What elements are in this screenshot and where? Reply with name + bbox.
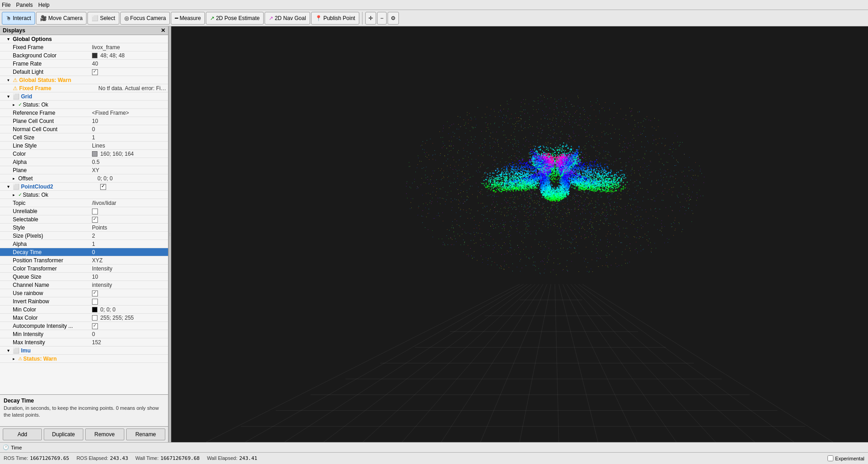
- minus-button[interactable]: −: [377, 12, 387, 25]
- interact-button[interactable]: 🖱 Interact: [2, 12, 35, 25]
- default-light-checkbox[interactable]: [92, 69, 98, 75]
- unreliable-checkbox[interactable]: [92, 209, 98, 214]
- min-color-key: Min Color: [13, 306, 90, 313]
- channel-name-row[interactable]: Channel Name intensity: [0, 281, 168, 289]
- pos-transformer-row[interactable]: Position Transformer XYZ: [0, 256, 168, 265]
- publish-point-icon: 📍: [315, 15, 322, 21]
- frame-rate-row[interactable]: Frame Rate 40: [0, 60, 168, 68]
- cell-size-val: 1: [90, 134, 167, 141]
- use-rainbow-checkbox[interactable]: [92, 291, 98, 296]
- toolbar-separator: [362, 12, 363, 25]
- normal-cell-row[interactable]: Normal Cell Count 0: [0, 125, 168, 133]
- fixed-frame-warn-key: Fixed Frame: [19, 85, 97, 92]
- pointcloud2-checkbox[interactable]: [100, 184, 106, 190]
- menu-help[interactable]: Help: [38, 2, 50, 8]
- grid-status-row[interactable]: ▸ ✓ Status: Ok: [0, 101, 168, 109]
- style-key: Style: [13, 224, 90, 231]
- publish-point-button[interactable]: 📍 Publish Point: [311, 12, 359, 25]
- time-bar: 🕐 Time: [0, 442, 868, 452]
- pointcloud2-row[interactable]: ▾ ⬜ PointCloud2: [0, 183, 168, 191]
- color-transformer-key: Color Transformer: [13, 265, 90, 272]
- wall-elapsed-item: Wall Elapsed: 243.41: [207, 455, 257, 461]
- grid-vis-icon: ⬜: [13, 93, 20, 100]
- pose-icon: ↗: [210, 15, 214, 21]
- invert-rainbow-key: Invert Rainbow: [13, 298, 90, 305]
- global-options-row[interactable]: ▾ Global Options: [0, 35, 168, 43]
- global-status-row[interactable]: ▾ ⚠ Global Status: Warn: [0, 76, 168, 84]
- imu-status-row[interactable]: ▸ ⚠ Status: Warn: [0, 355, 168, 363]
- expand-arrow-warn: ▾: [7, 78, 12, 82]
- use-rainbow-row[interactable]: Use rainbow: [0, 289, 168, 297]
- queue-size-row[interactable]: Queue Size 10: [0, 273, 168, 281]
- line-style-key: Line Style: [13, 143, 90, 149]
- frame-rate-key: Frame Rate: [13, 61, 90, 67]
- style-row[interactable]: Style Points: [0, 224, 168, 232]
- color-transformer-row[interactable]: Color Transformer Intensity: [0, 265, 168, 273]
- move-camera-button[interactable]: 🎥 Move Camera: [36, 12, 87, 25]
- autocompute-checkbox[interactable]: [92, 323, 98, 329]
- selectable-row[interactable]: Selectable: [0, 215, 168, 224]
- pc2-status-label: Status: Ok: [23, 192, 100, 198]
- selectable-checkbox[interactable]: [92, 217, 98, 223]
- remove-button[interactable]: Remove: [85, 428, 124, 440]
- nav-goal-button[interactable]: ↗ 2D Nav Goal: [265, 12, 310, 25]
- line-style-row[interactable]: Line Style Lines: [0, 142, 168, 150]
- duplicate-button[interactable]: Duplicate: [44, 428, 83, 440]
- pc2-status-row[interactable]: ▸ ✓ Status: Ok: [0, 191, 168, 199]
- ref-frame-row[interactable]: Reference Frame <Fixed Frame>: [0, 109, 168, 117]
- pointcloud-canvas[interactable]: [171, 26, 868, 442]
- queue-size-val: 10: [90, 274, 167, 280]
- imu-row[interactable]: ▾ ⬜ Imu: [0, 347, 168, 355]
- offset-row[interactable]: ▸ Offset 0; 0; 0: [0, 174, 168, 183]
- status-bar: ROS Time: 1667126769.65 ROS Elapsed: 243…: [0, 452, 868, 464]
- info-title: Decay Time: [4, 398, 164, 404]
- crosshair-button[interactable]: ✛: [365, 12, 376, 25]
- autocompute-row[interactable]: Autocompute Intensity ...: [0, 322, 168, 330]
- imu-label: Imu: [21, 347, 98, 354]
- default-light-row[interactable]: Default Light: [0, 68, 168, 76]
- min-color-row[interactable]: Min Color 0; 0; 0: [0, 306, 168, 314]
- fixed-frame-row[interactable]: Fixed Frame livox_frame: [0, 43, 168, 51]
- invert-rainbow-checkbox[interactable]: [92, 299, 98, 305]
- plane-row[interactable]: Plane XY: [0, 166, 168, 174]
- autocompute-key: Autocompute Intensity ...: [13, 323, 90, 329]
- focus-camera-button[interactable]: ◎ Focus Camera: [120, 12, 170, 25]
- fixed-frame-warn-row[interactable]: ⚠ Fixed Frame No tf data. Actual error: …: [0, 84, 168, 92]
- color-row[interactable]: Color 160; 160; 164: [0, 150, 168, 158]
- add-button[interactable]: Add: [3, 428, 42, 440]
- size-row[interactable]: Size (Pixels) 2: [0, 232, 168, 240]
- displays-tree[interactable]: ▾ Global Options Fixed Frame livox_frame…: [0, 35, 168, 394]
- pose-estimate-button[interactable]: ↗ 2D Pose Estimate: [206, 12, 264, 25]
- max-color-key: Max Color: [13, 315, 90, 321]
- channel-name-val: intensity: [90, 282, 167, 288]
- measure-button[interactable]: ━ Measure: [171, 12, 205, 25]
- ref-frame-key: Reference Frame: [13, 110, 90, 116]
- min-intensity-row[interactable]: Min Intensity 0: [0, 330, 168, 338]
- grid-row[interactable]: ▾ ⬜ Grid: [0, 92, 168, 101]
- menu-panels[interactable]: Panels: [16, 2, 33, 8]
- rename-button[interactable]: Rename: [126, 428, 165, 440]
- topic-row[interactable]: Topic /livox/lidar: [0, 199, 168, 207]
- max-intensity-row[interactable]: Max Intensity 152: [0, 338, 168, 347]
- toolbar: 🖱 Interact 🎥 Move Camera ⬜ Select ◎ Focu…: [0, 10, 868, 26]
- info-desc: Duration, in seconds, to keep the incomi…: [4, 405, 164, 419]
- cell-size-row[interactable]: Cell Size 1: [0, 133, 168, 142]
- settings-button[interactable]: ⚙: [388, 12, 399, 25]
- select-button[interactable]: ⬜ Select: [87, 12, 119, 25]
- alpha2-row[interactable]: Alpha 1: [0, 240, 168, 248]
- invert-rainbow-row[interactable]: Invert Rainbow: [0, 297, 168, 306]
- experimental-checkbox[interactable]: [827, 455, 833, 461]
- bg-color-row[interactable]: Background Color 48; 48; 48: [0, 51, 168, 60]
- max-color-row[interactable]: Max Color 255; 255; 255: [0, 314, 168, 322]
- plane-cell-row[interactable]: Plane Cell Count 10: [0, 117, 168, 125]
- unreliable-row[interactable]: Unreliable: [0, 207, 168, 215]
- pos-transformer-val: XYZ: [90, 257, 167, 264]
- close-icon[interactable]: ✕: [161, 27, 165, 34]
- max-intensity-key: Max Intensity: [13, 339, 90, 346]
- channel-name-key: Channel Name: [13, 282, 90, 288]
- 3d-viewport[interactable]: [171, 26, 868, 442]
- decay-time-row[interactable]: Decay Time 0: [0, 248, 168, 256]
- menu-file[interactable]: File: [2, 2, 10, 8]
- alpha-row[interactable]: Alpha 0.5: [0, 158, 168, 166]
- color-transformer-val: Intensity: [90, 265, 167, 272]
